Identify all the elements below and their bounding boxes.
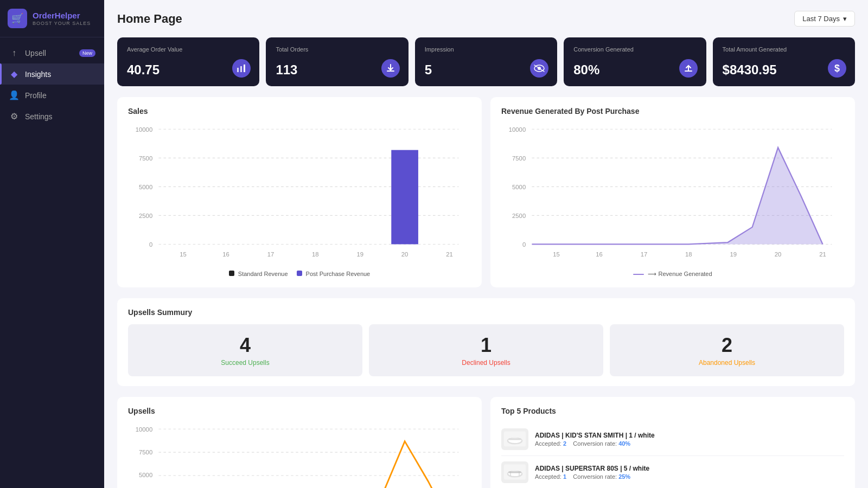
sidebar: 🛒 OrderHelper BOOST YOUR SALES ↑ Upsell … xyxy=(0,0,104,488)
upsells-metrics: 4 Succeed Upsells 1 Declined Upsells 2 A… xyxy=(128,324,844,376)
svg-text:15: 15 xyxy=(180,251,187,258)
metric-icon-download xyxy=(381,59,400,78)
metric-card-impression: Impression 5 xyxy=(415,37,557,86)
svg-text:10000: 10000 xyxy=(136,126,152,133)
svg-text:0: 0 xyxy=(522,241,526,248)
metric-label: Impression xyxy=(425,46,547,53)
svg-text:7500: 7500 xyxy=(512,155,526,162)
legend-standard: Standard Revenue xyxy=(229,271,288,277)
svg-text:17: 17 xyxy=(267,251,275,258)
bottom-row: Upsells 10000 7500 5000 2500 0 15 16 17 … xyxy=(117,397,855,488)
app-tagline: BOOST YOUR SALES xyxy=(33,21,91,27)
metric-label: Conversion Generated xyxy=(573,46,696,53)
upsell-metric-succeed: 4 Succeed Upsells xyxy=(128,324,362,376)
sidebar-item-label: Insights xyxy=(25,70,51,79)
accepted-value: 1 xyxy=(563,473,566,480)
upsell-metric-abandoned: 2 Abandoned Upsells xyxy=(610,324,844,376)
svg-text:10000: 10000 xyxy=(136,426,152,432)
svg-text:5000: 5000 xyxy=(139,184,152,190)
svg-text:0: 0 xyxy=(149,241,152,248)
sidebar-item-label: Settings xyxy=(25,112,53,121)
svg-text:5000: 5000 xyxy=(512,184,526,190)
product-info: ADIDAS | SUPERSTAR 80S | 5 / white Accep… xyxy=(535,465,844,480)
charts-row: Sales 10000 7500 5000 2500 0 15 16 17 18 xyxy=(117,97,855,287)
sales-chart-title: Sales xyxy=(128,107,471,115)
sidebar-item-upsell[interactable]: ↑ Upsell New xyxy=(0,43,104,63)
product-item: ADIDAS | KID'S STAN SMITH | 1 / white Ac… xyxy=(501,423,844,456)
page-header: Home Page Last 7 Days ▾ xyxy=(117,11,855,27)
logo-text: OrderHelper BOOST YOUR SALES xyxy=(33,11,91,27)
sidebar-navigation: ↑ Upsell New ◆ Insights 👤 Profile ⚙ Sett… xyxy=(0,37,104,132)
metrics-row: Average Order Value 40.75 Total Orders 1… xyxy=(117,37,855,86)
upsell-abandoned-label: Abandoned Upsells xyxy=(620,359,834,367)
svg-text:5000: 5000 xyxy=(139,472,152,478)
app-logo: 🛒 OrderHelper BOOST YOUR SALES xyxy=(0,0,104,37)
settings-icon: ⚙ xyxy=(9,111,20,121)
svg-text:18: 18 xyxy=(312,251,319,258)
svg-text:17: 17 xyxy=(641,251,648,258)
revenue-chart-title: Revenue Generated By Post Purchase xyxy=(501,107,844,115)
svg-text:19: 19 xyxy=(356,251,363,258)
product-stats: Accepted: 2 Conversion rate: 40% xyxy=(535,440,844,447)
product-stats: Accepted: 1 Conversion rate: 25% xyxy=(535,473,844,480)
metric-label: Total Amount Generated xyxy=(723,46,845,53)
new-badge: New xyxy=(79,49,95,57)
product-thumbnail xyxy=(501,428,528,450)
sidebar-item-label: Upsell xyxy=(25,49,46,57)
svg-text:16: 16 xyxy=(222,251,229,258)
upsell-succeed-value: 4 xyxy=(138,334,353,357)
product-item: ADIDAS | SUPERSTAR 80S | 5 / white Accep… xyxy=(501,456,844,488)
svg-rect-64 xyxy=(508,471,521,473)
svg-text:21: 21 xyxy=(819,251,826,258)
revenue-chart-card: Revenue Generated By Post Purchase 10000… xyxy=(490,97,855,287)
svg-rect-22 xyxy=(391,150,418,245)
metric-card-total: Total Amount Generated $8430.95 $ xyxy=(713,37,855,86)
svg-text:15: 15 xyxy=(553,251,560,258)
metric-icon-upload xyxy=(679,59,698,78)
insights-icon: ◆ xyxy=(9,69,20,79)
upsells-summary-card: Upsells Summury 4 Succeed Upsells 1 Decl… xyxy=(117,298,855,386)
sidebar-item-insights[interactable]: ◆ Insights xyxy=(0,63,104,85)
logo-icon: 🛒 xyxy=(8,9,27,28)
svg-text:19: 19 xyxy=(730,251,737,258)
upsells-summary-title: Upsells Summury xyxy=(128,308,844,317)
legend-post-purchase: Post Purchase Revenue xyxy=(297,271,371,277)
product-thumbnail xyxy=(501,461,528,483)
page-title: Home Page xyxy=(117,12,182,26)
profile-icon: 👤 xyxy=(9,90,20,100)
svg-text:7500: 7500 xyxy=(139,155,152,162)
date-filter-label: Last 7 Days xyxy=(802,15,840,23)
main-content: Home Page Last 7 Days ▾ Average Order Va… xyxy=(104,0,868,488)
upsell-declined-value: 1 xyxy=(379,334,593,357)
product-info: ADIDAS | KID'S STAN SMITH | 1 / white Ac… xyxy=(535,432,844,447)
metric-card-orders: Total Orders 113 xyxy=(266,37,408,86)
upsell-declined-label: Declined Upsells xyxy=(379,359,593,367)
top-products-title: Top 5 Products xyxy=(501,407,844,415)
app-name: OrderHelper xyxy=(33,11,91,21)
svg-text:2500: 2500 xyxy=(139,213,152,219)
svg-text:16: 16 xyxy=(596,251,603,258)
svg-text:2500: 2500 xyxy=(512,213,526,219)
svg-text:7500: 7500 xyxy=(139,448,152,455)
date-filter-button[interactable]: Last 7 Days ▾ xyxy=(794,11,855,27)
sidebar-item-label: Profile xyxy=(25,91,47,100)
metric-label: Total Orders xyxy=(276,46,398,53)
svg-rect-0 xyxy=(237,68,239,72)
revenue-chart-legend: ⟶ Revenue Generated xyxy=(501,271,844,278)
upsell-abandoned-value: 2 xyxy=(620,334,834,357)
metric-value: 113 xyxy=(276,62,398,78)
sidebar-item-profile[interactable]: 👤 Profile xyxy=(0,85,104,106)
conversion-rate: 40% xyxy=(618,440,630,447)
svg-rect-1 xyxy=(240,66,242,72)
upsell-icon: ↑ xyxy=(9,48,20,58)
upsell-metric-declined: 1 Declined Upsells xyxy=(369,324,603,376)
upsells-chart-card: Upsells 10000 7500 5000 2500 0 15 16 17 … xyxy=(117,397,482,488)
svg-text:20: 20 xyxy=(401,251,409,258)
sales-chart-legend: Standard Revenue Post Purchase Revenue xyxy=(128,271,471,277)
chevron-down-icon: ▾ xyxy=(843,15,847,23)
metric-value: 80% xyxy=(573,62,696,78)
upsells-chart-svg: 10000 7500 5000 2500 0 15 16 17 18 19 20… xyxy=(128,423,471,488)
sidebar-item-settings[interactable]: ⚙ Settings xyxy=(0,106,104,127)
upsell-succeed-label: Succeed Upsells xyxy=(138,359,353,367)
metric-value: $8430.95 xyxy=(723,62,845,78)
